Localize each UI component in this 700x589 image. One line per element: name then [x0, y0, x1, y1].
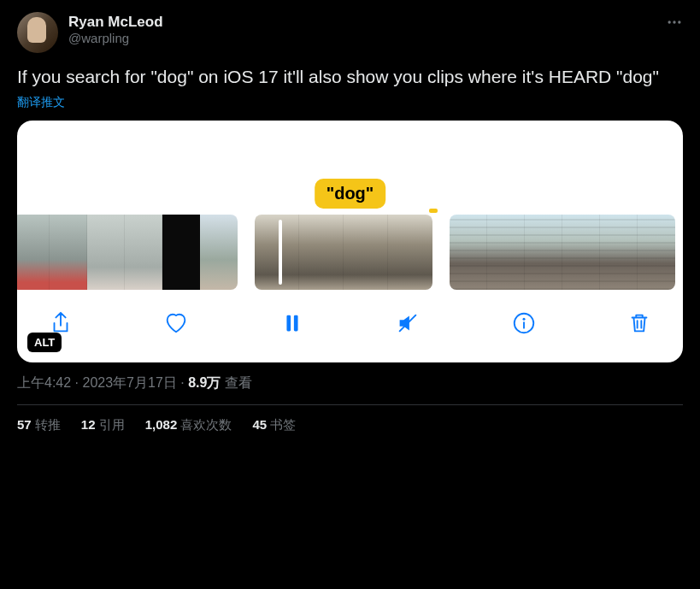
pause-icon [279, 310, 305, 336]
svg-rect-4 [294, 315, 298, 332]
clip-frame [525, 215, 562, 290]
quotes-stat[interactable]: 12 引用 [81, 417, 125, 433]
clip-frame [600, 215, 638, 290]
heart-icon [163, 310, 189, 336]
retweets-stat[interactable]: 57 转推 [17, 417, 61, 433]
clip-frame [125, 215, 162, 290]
view-count: 8.9万 [188, 375, 221, 390]
trash-icon [626, 310, 652, 336]
user-names: Ryan McLeod @warpling [68, 12, 163, 45]
mute-button[interactable] [390, 305, 426, 344]
user-handle[interactable]: @warpling [68, 31, 163, 45]
info-icon [511, 310, 537, 336]
clip-group[interactable] [17, 215, 238, 290]
delete-button[interactable] [621, 305, 657, 344]
avatar[interactable] [17, 12, 58, 53]
media-search-area: "dog" [17, 121, 683, 213]
playhead-marker [429, 209, 438, 213]
clip-frame [562, 215, 600, 290]
more-button[interactable] [666, 14, 683, 33]
likes-stat[interactable]: 1,082 喜欢次数 [145, 417, 232, 433]
clip-frame [200, 215, 238, 290]
clip-frame [162, 215, 200, 290]
translate-link[interactable]: 翻译推文 [17, 95, 65, 110]
clip-frame [344, 215, 388, 290]
svg-point-2 [678, 21, 680, 23]
bookmarks-stat[interactable]: 45 书签 [252, 417, 296, 433]
svg-point-1 [673, 21, 675, 23]
more-icon [666, 14, 683, 31]
tweet-text: If you search for "dog" on iOS 17 it'll … [17, 65, 683, 89]
tweet-stats: 57 转推 12 引用 1,082 喜欢次数 45 书签 [17, 417, 683, 433]
favorite-button[interactable] [158, 305, 194, 344]
media-toolbar [17, 292, 683, 362]
clip-frame [299, 215, 344, 290]
tweet-meta: 上午4:42 · 2023年7月17日 · 8.9万 查看 [17, 374, 683, 392]
display-name[interactable]: Ryan McLeod [68, 14, 163, 31]
view-label: 查看 [221, 375, 251, 390]
tweet-container: Ryan McLeod @warpling If you search for … [0, 0, 700, 442]
info-button[interactable] [506, 305, 542, 344]
tweet-header: Ryan McLeod @warpling [17, 12, 683, 53]
tweet-date[interactable]: 2023年7月17日 [82, 375, 176, 390]
video-timeline[interactable] [17, 213, 683, 292]
clip-frame [255, 215, 299, 290]
clip-frame [638, 215, 675, 290]
clip-group[interactable] [255, 215, 432, 290]
svg-rect-3 [286, 315, 291, 332]
svg-point-0 [668, 21, 671, 23]
tweet-time[interactable]: 上午4:42 [17, 375, 71, 390]
mute-icon [395, 310, 421, 336]
media-card[interactable]: "dog" [17, 121, 683, 362]
alt-badge[interactable]: ALT [27, 333, 62, 352]
clip-frame [388, 215, 432, 290]
clip-frame [450, 215, 487, 290]
clip-frame [50, 215, 87, 290]
search-term-pill: "dog" [315, 179, 386, 209]
clip-group[interactable] [450, 215, 675, 290]
clip-frame [87, 215, 125, 290]
clip-frame [17, 215, 50, 290]
divider [17, 404, 683, 405]
pause-button[interactable] [274, 305, 310, 344]
svg-point-7 [522, 318, 525, 321]
clip-frame [487, 215, 525, 290]
